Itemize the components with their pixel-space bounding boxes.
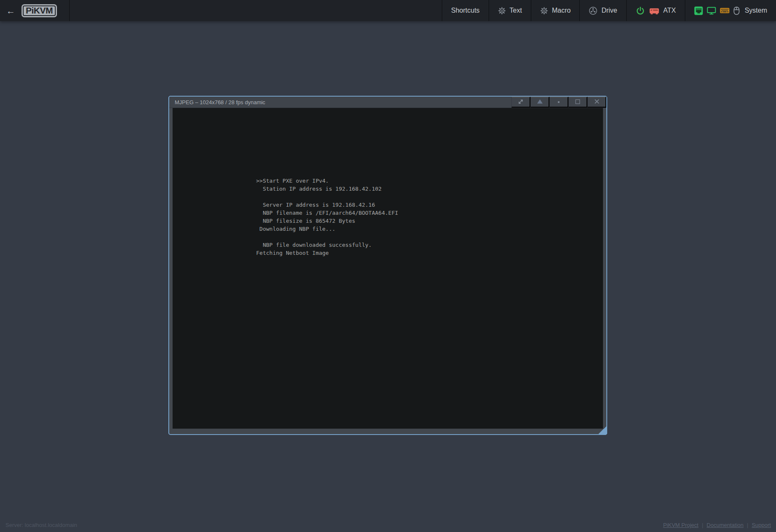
- footer-separator: |: [702, 522, 703, 528]
- nav-item-drive[interactable]: Drive: [579, 0, 626, 21]
- nav-item-label: Text: [510, 7, 522, 14]
- window-controls: [511, 97, 606, 108]
- nav-item-system[interactable]: System: [685, 0, 776, 21]
- square-icon: [575, 99, 581, 106]
- nav-item-text[interactable]: Text: [489, 0, 531, 21]
- nav-item-label: System: [745, 7, 767, 14]
- footer-links: PiKVM Project | Documentation | Support: [663, 522, 771, 528]
- arrow-left-icon: ←: [6, 6, 15, 16]
- stream-window: MJPEG – 1024x768 / 28 fps dynamic: [168, 96, 607, 435]
- atx-case-icon: [649, 6, 660, 15]
- stream-mode-button[interactable]: [530, 97, 549, 108]
- original-size-button[interactable]: [568, 97, 587, 108]
- display-status-icon: [707, 6, 716, 15]
- window-title: MJPEG – 1024x768 / 28 fps dynamic: [169, 97, 511, 108]
- fullscreen-button[interactable]: [511, 97, 530, 108]
- system-status-icons: [694, 6, 740, 15]
- navbar: ← PiKVM Shortcuts Text: [0, 0, 776, 21]
- power-icon: [635, 6, 645, 16]
- terminal-output: >>Start PXE over IPv4. Station IP addres…: [256, 177, 398, 257]
- nav-item-shortcuts[interactable]: Shortcuts: [442, 0, 489, 21]
- server-info: Server: localhost.localdomain: [5, 522, 77, 528]
- dot-icon: [557, 99, 561, 105]
- nav-item-label: Drive: [601, 7, 617, 14]
- link-documentation[interactable]: Documentation: [707, 522, 744, 528]
- mouse-status-icon: [733, 6, 740, 15]
- nav-item-label: Shortcuts: [451, 7, 480, 14]
- link-support[interactable]: Support: [752, 522, 771, 528]
- pikvm-logo: PiKVM: [22, 4, 57, 17]
- nav-left-section: ← PiKVM: [0, 0, 70, 21]
- close-icon: [594, 99, 600, 105]
- expand-arrows-icon: [518, 99, 524, 106]
- window-titlebar[interactable]: MJPEG – 1024x768 / 28 fps dynamic: [169, 97, 606, 108]
- nav-item-label: ATX: [663, 7, 676, 14]
- window-content: >>Start PXE over IPv4. Station IP addres…: [169, 108, 606, 434]
- resize-grip[interactable]: [598, 425, 607, 435]
- nav-item-macro[interactable]: Macro: [531, 0, 579, 21]
- shrink-button[interactable]: [549, 97, 568, 108]
- link-pikvm-project[interactable]: PiKVM Project: [663, 522, 698, 528]
- drive-icon: [589, 6, 598, 15]
- nav-item-atx[interactable]: ATX: [626, 0, 685, 21]
- gear-icon: [498, 7, 506, 15]
- nav-item-label: Macro: [552, 7, 571, 14]
- keyboard-status-icon: [720, 8, 730, 14]
- triangle-icon: [537, 99, 543, 105]
- back-button[interactable]: ←: [6, 6, 15, 15]
- remote-screen[interactable]: >>Start PXE over IPv4. Station IP addres…: [173, 108, 603, 429]
- footer-separator: |: [747, 522, 748, 528]
- close-button[interactable]: [587, 97, 606, 108]
- nav-spacer: [70, 0, 442, 21]
- ethernet-status-icon: [694, 6, 703, 15]
- gear-icon: [540, 7, 548, 15]
